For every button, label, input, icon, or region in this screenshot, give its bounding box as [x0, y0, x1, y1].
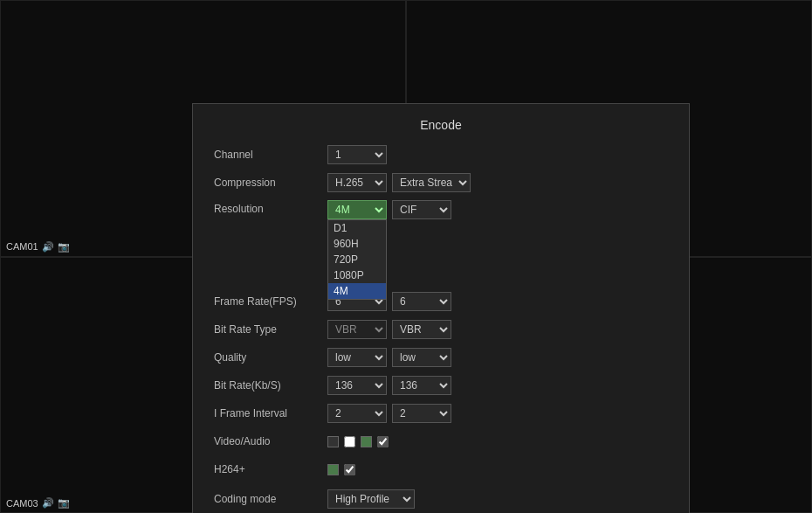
compression-row: Compression H.265 H.264 Extra Stream Mai… — [214, 172, 668, 193]
cam3-name: CAM03 — [6, 498, 38, 509]
fps-sub-select[interactable]: 6 12 25 — [392, 292, 451, 311]
h264plus-controls — [327, 464, 355, 475]
coding-mode-select[interactable]: High Profile Main Profile Baseline — [327, 489, 415, 509]
bitrate-type-label: Bit Rate Type — [214, 323, 327, 336]
res-option-960h[interactable]: 960H — [328, 236, 386, 252]
cam3-speaker-icon: 🔊 — [42, 497, 54, 509]
modal-title: Encode — [214, 118, 668, 132]
bitrate-type-main-select[interactable]: VBR CBR — [327, 320, 387, 339]
resolution-dropdown-open: D1 960H 720P 1080P 4M — [327, 219, 387, 300]
resolution-main-select[interactable]: 4M D1 960H 720P 1080P — [327, 200, 387, 219]
quality-main-select[interactable]: low medium high — [327, 348, 387, 367]
h264plus-checkbox-icon — [327, 464, 339, 475]
res-option-1080p[interactable]: 1080P — [328, 267, 386, 283]
cam1-speaker-icon: 🔊 — [42, 241, 54, 253]
coding-mode-label: Coding mode — [214, 493, 327, 505]
res-option-d1[interactable]: D1 — [328, 220, 386, 236]
h264plus-row: H264+ — [214, 459, 668, 480]
iframe-label: I Frame Interval — [214, 407, 327, 419]
iframe-row: I Frame Interval 2 4 8 2 4 8 — [214, 403, 668, 424]
bitrate-main-select[interactable]: 136 256 512 1024 2048 — [327, 376, 387, 395]
stream-select[interactable]: Extra Stream Main Stream — [392, 173, 471, 192]
quality-sub-select[interactable]: low medium high — [392, 348, 451, 367]
cam3-camera-icon: 📷 — [58, 497, 70, 509]
iframe-sub-select[interactable]: 2 4 8 — [392, 404, 451, 423]
bitrate-row: Bit Rate(Kb/S) 136 256 512 1024 2048 136… — [214, 375, 668, 396]
video-checkbox-icon-1 — [327, 436, 339, 447]
cam1-label: CAM01 🔊 📷 — [6, 241, 70, 253]
compression-select[interactable]: H.265 H.264 — [327, 173, 387, 192]
res-option-4m[interactable]: 4M — [328, 283, 386, 299]
cam1-camera-icon: 📷 — [58, 241, 70, 253]
res-option-720p[interactable]: 720P — [328, 252, 386, 267]
h264plus-checkbox[interactable] — [344, 464, 355, 475]
resolution-controls: 4M D1 960H 720P 1080P D1 960H 720P 1080P… — [327, 200, 451, 219]
compression-label: Compression — [214, 177, 327, 189]
h264plus-label: H264+ — [214, 463, 327, 475]
channel-select[interactable]: 1 2 3 4 — [327, 145, 387, 164]
bitrate-type-controls: VBR CBR VBR CBR — [327, 320, 451, 339]
bitrate-type-sub-select[interactable]: VBR CBR — [392, 320, 451, 339]
bitrate-sub-select[interactable]: 136 256 512 — [392, 376, 451, 395]
bitrate-type-row: Bit Rate Type VBR CBR VBR CBR — [214, 319, 668, 340]
resolution-sub-select[interactable]: CIF D1 720P — [392, 200, 451, 219]
video-audio-label: Video/Audio — [214, 435, 327, 447]
resolution-label: Resolution — [214, 203, 327, 215]
framerate-row: Frame Rate(FPS) 6 12 25 30 6 12 25 — [214, 291, 668, 312]
bitrate-label: Bit Rate(Kb/S) — [214, 379, 327, 392]
compression-controls: H.265 H.264 Extra Stream Main Stream — [327, 173, 471, 192]
video-audio-row: Video/Audio — [214, 431, 668, 452]
video-checkbox-1[interactable] — [344, 436, 355, 447]
quality-row: Quality low medium high low medium high — [214, 347, 668, 368]
video-audio-controls — [327, 436, 389, 447]
cam1-name: CAM01 — [6, 241, 38, 252]
resolution-row: Resolution 4M D1 960H 720P 1080P D1 960H… — [214, 200, 668, 221]
coding-mode-controls: High Profile Main Profile Baseline — [327, 489, 415, 509]
channel-label: Channel — [214, 149, 327, 161]
encode-modal: Encode Channel 1 2 3 4 Compression H.265… — [192, 103, 690, 513]
video-checkbox-icon-2 — [361, 436, 372, 447]
framerate-label: Frame Rate(FPS) — [214, 295, 327, 308]
iframe-controls: 2 4 8 2 4 8 — [327, 404, 451, 423]
channel-controls: 1 2 3 4 — [327, 145, 387, 164]
resolution-dropdown-container: 4M D1 960H 720P 1080P D1 960H 720P 1080P… — [327, 200, 387, 219]
iframe-main-select[interactable]: 2 4 8 — [327, 404, 387, 423]
quality-label: Quality — [214, 351, 327, 364]
cam3-label: CAM03 🔊 📷 — [6, 497, 70, 509]
audio-checkbox-1[interactable] — [377, 436, 389, 447]
channel-row: Channel 1 2 3 4 — [214, 144, 668, 165]
coding-mode-row: Coding mode High Profile Main Profile Ba… — [214, 489, 668, 510]
quality-controls: low medium high low medium high — [327, 348, 451, 367]
bitrate-controls: 136 256 512 1024 2048 136 256 512 — [327, 376, 451, 395]
